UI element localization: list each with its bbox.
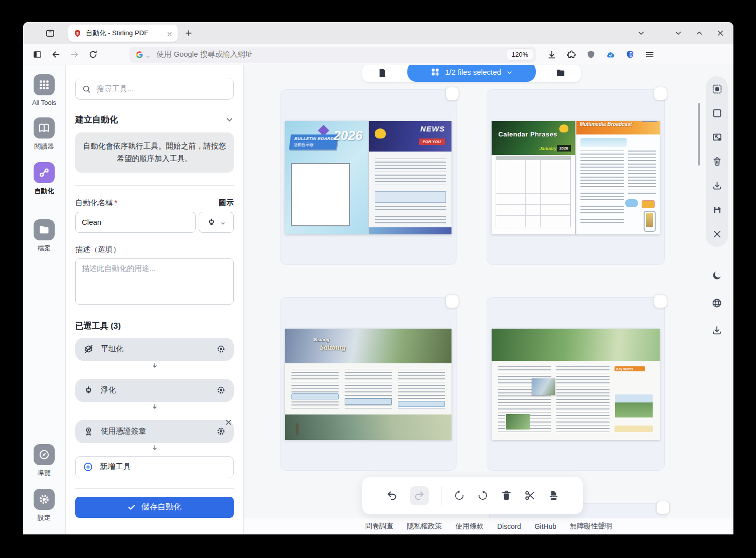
menu-icon[interactable] (645, 50, 655, 60)
reload-icon[interactable] (88, 50, 98, 59)
rotate-right-icon[interactable] (477, 490, 489, 501)
brush-icon (207, 217, 216, 227)
page-card[interactable]: BULLETIN BOARD 活動告示板 2026 NEWS FOR YOU (280, 89, 457, 265)
delete-page-icon[interactable] (501, 490, 512, 501)
footer-link-accessibility[interactable]: 無障礙性聲明 (570, 522, 612, 531)
firefox-view-icon[interactable] (45, 28, 55, 38)
language-globe-icon[interactable] (711, 298, 722, 309)
save-selection-icon[interactable] (712, 205, 722, 215)
sidebar-divider (32, 209, 57, 209)
icon-label: 圖示 (219, 198, 234, 208)
dark-mode-moon-icon[interactable] (711, 270, 722, 281)
footer-link-privacy[interactable]: 隱私權政策 (407, 522, 442, 531)
tool-settings-gear-icon[interactable] (216, 427, 226, 436)
export-selection-icon[interactable] (712, 132, 722, 143)
split-page-icon[interactable] (548, 490, 559, 501)
app-sidebar: All Tools 閱讀器 自動化 檔案 導覽 設定 (23, 65, 66, 534)
window-minimize-icon[interactable] (674, 29, 682, 37)
tab-title: 自動化 - Stirling PDF (86, 29, 163, 38)
all-tools-grid-icon (34, 74, 55, 95)
sidebar-item-navigate[interactable]: 導覽 (34, 444, 55, 478)
page-select-checkbox[interactable] (654, 87, 667, 100)
browser-window: S 自動化 - Stirling PDF 使用 Google 搜尋或輸入網址 1… (23, 22, 733, 534)
extensions-icon[interactable] (566, 50, 576, 60)
remove-tool-icon[interactable] (225, 418, 232, 426)
stirling-pdf-favicon: S (73, 29, 82, 38)
sidebar-toggle-icon[interactable] (33, 50, 42, 59)
brush-icon (83, 385, 94, 395)
page-thumbnail: Visiting Salzburg (285, 329, 451, 440)
folder-icon[interactable] (555, 68, 566, 78)
add-tool-button[interactable]: 新增工具 (75, 456, 234, 478)
url-placeholder: 使用 Google 搜尋或輸入網址 (157, 50, 507, 59)
tab-bar: S 自動化 - Stirling PDF (23, 22, 733, 44)
tool-chip-certificate-sign[interactable]: 使用憑證簽章 (75, 420, 234, 443)
tool-search-input[interactable]: 搜尋工具... (75, 78, 234, 100)
select-all-icon[interactable] (712, 84, 722, 94)
sidebar-item-settings[interactable]: 設定 (34, 489, 55, 522)
list-tabs-icon[interactable] (637, 29, 645, 37)
file-icon[interactable] (377, 68, 388, 78)
footer-link-terms[interactable]: 使用條款 (456, 522, 484, 531)
automation-name-input[interactable] (75, 212, 196, 233)
url-bar[interactable]: 使用 Google 搜尋或輸入網址 120% (129, 47, 536, 63)
flow-arrow-icon (75, 361, 234, 373)
page-select-checkbox[interactable] (656, 501, 670, 514)
chevron-down-icon (506, 69, 513, 75)
close-selection-icon[interactable] (712, 229, 722, 239)
cut-scissors-icon[interactable] (524, 490, 536, 501)
download-icon[interactable] (711, 325, 722, 336)
page-select-checkbox[interactable] (654, 295, 667, 308)
back-icon[interactable] (51, 50, 61, 59)
create-automation-header[interactable]: 建立自動化 (75, 114, 234, 125)
search-engine-chevron-icon[interactable] (145, 52, 150, 57)
sidebar-item-reader[interactable]: 閱讀器 (34, 117, 55, 151)
tool-settings-gear-icon[interactable] (216, 385, 226, 395)
tool-chip-sanitize[interactable]: 淨化 (75, 379, 234, 402)
page-select-checkbox[interactable] (445, 87, 459, 100)
tab-close-icon[interactable] (167, 30, 173, 36)
bitwarden-shield-icon[interactable] (625, 50, 635, 60)
ublock-shield-icon[interactable] (586, 50, 596, 60)
footer-link-survey[interactable]: 問卷調查 (365, 522, 393, 531)
window-maximize-icon[interactable] (695, 29, 703, 37)
footer-link-discord[interactable]: Discord (497, 522, 521, 530)
page-select-checkbox[interactable] (445, 295, 459, 308)
page-card[interactable]: Calendar Phrases January 2026 Multimedia… (487, 89, 665, 265)
redo-button-disabled (410, 486, 429, 505)
tool-chip-flatten[interactable]: 平坦化 (75, 338, 234, 361)
zoom-level-badge[interactable]: 120% (507, 49, 533, 60)
sync-cloud-icon[interactable] (606, 50, 616, 60)
new-tab-button[interactable] (185, 29, 193, 37)
description-textarea[interactable] (75, 258, 234, 305)
rotate-left-icon[interactable] (453, 490, 465, 501)
save-automation-button[interactable]: 儲存自動化 (75, 497, 234, 518)
downloads-icon[interactable] (547, 50, 557, 60)
page-card[interactable]: Visiting Salzburg (280, 297, 457, 471)
delete-selection-icon[interactable] (712, 156, 722, 167)
compass-icon (34, 444, 55, 465)
sidebar-item-files[interactable]: 檔案 (34, 219, 55, 253)
selected-tools-header: 已選工具 (3) (75, 321, 234, 332)
sidebar-item-automation[interactable]: 自動化 (34, 162, 55, 196)
sidebar-item-all-tools[interactable]: All Tools (32, 74, 56, 106)
owl-mascot (559, 124, 568, 132)
icon-select[interactable] (199, 212, 234, 233)
tool-settings-gear-icon[interactable] (216, 344, 226, 354)
redo-icon (413, 490, 425, 501)
page-card[interactable]: Key Words (487, 297, 665, 471)
download-selection-icon[interactable] (712, 181, 722, 191)
files-folder-icon (34, 219, 55, 240)
footer-link-github[interactable]: GitHub (534, 522, 556, 530)
canvas-scrollbar[interactable] (698, 103, 700, 166)
undo-icon[interactable] (386, 490, 398, 501)
deselect-icon[interactable] (712, 108, 722, 118)
settings-gear-icon (34, 489, 55, 510)
automation-panel: 搜尋工具... 建立自動化 自動化會依序執行工具。開始之前，請按您希望的順序加入… (66, 65, 244, 534)
file-bar: 1/2 files selected (362, 65, 581, 82)
window-close-icon[interactable] (716, 29, 724, 37)
files-selected-dropdown[interactable]: 1/2 files selected (407, 65, 536, 82)
collapse-chevron-icon[interactable] (225, 115, 234, 124)
browser-tab[interactable]: S 自動化 - Stirling PDF (68, 25, 178, 42)
selection-tool-rail (706, 76, 728, 247)
